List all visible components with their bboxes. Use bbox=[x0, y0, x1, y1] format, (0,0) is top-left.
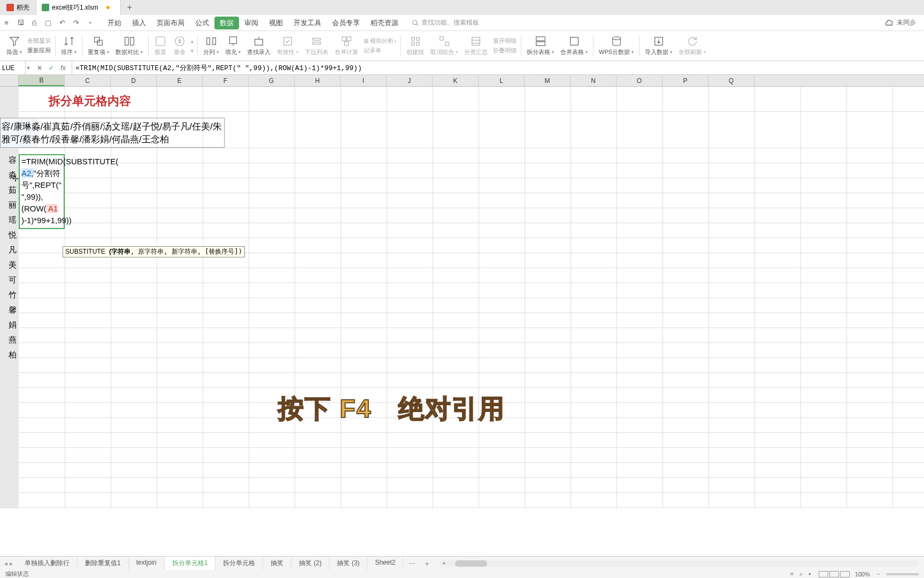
editing-cell[interactable]: =TRIM(MID(SUBSTITUTE( A2,"分割符号",REPT(" "… bbox=[19, 154, 65, 229]
stock-button[interactable]: 股票 bbox=[151, 35, 170, 56]
horizontal-scrollbar[interactable]: ◂ bbox=[439, 560, 919, 567]
menu-view[interactable]: 视图 bbox=[264, 16, 288, 30]
cell-a12[interactable]: 可 bbox=[0, 275, 18, 285]
col-header-J[interactable]: J bbox=[387, 75, 433, 86]
col-header-N[interactable]: N bbox=[571, 75, 617, 86]
cell-a9[interactable]: 悦 bbox=[0, 230, 18, 240]
sheet-first-icon[interactable]: ◂ bbox=[4, 560, 7, 567]
sheet-more-button[interactable]: ⋯ bbox=[403, 560, 420, 567]
cell-a16[interactable]: 燕 bbox=[0, 335, 18, 345]
compare-button[interactable]: 数据对比 bbox=[112, 35, 146, 56]
subtotal-button[interactable]: 分类汇总 bbox=[461, 35, 491, 56]
sheet-tab-2[interactable]: textjoin bbox=[129, 557, 165, 570]
add-tab-button[interactable]: + bbox=[121, 3, 138, 12]
col-header-L[interactable]: L bbox=[479, 75, 525, 86]
dropdown-button[interactable]: 下拉列表 bbox=[302, 35, 332, 56]
zoom-out-button[interactable]: － bbox=[875, 570, 881, 578]
sheet-tab-3[interactable]: 拆分单元格1 bbox=[165, 557, 216, 570]
filter-button[interactable]: 筛选 bbox=[3, 35, 25, 56]
redo-icon[interactable]: ↷ bbox=[72, 19, 80, 27]
col-header-I[interactable]: I bbox=[341, 75, 387, 86]
currency-button[interactable]: 基金 bbox=[170, 35, 189, 56]
col-header-B[interactable]: B bbox=[19, 75, 65, 86]
col-header-D[interactable]: D bbox=[111, 75, 157, 86]
ungroup-button[interactable]: 取消组合 bbox=[427, 35, 461, 56]
menu-start[interactable]: 开始 bbox=[102, 16, 127, 30]
cell-a7[interactable]: 丽 bbox=[0, 200, 18, 210]
scrollbar-thumb[interactable] bbox=[455, 560, 487, 567]
sheet-last-icon[interactable]: ▸ bbox=[10, 560, 13, 567]
col-header-M[interactable]: M bbox=[525, 75, 571, 86]
sheet-tab-6[interactable]: 抽奖 (2) bbox=[291, 557, 329, 570]
zoom-slider[interactable] bbox=[887, 573, 919, 575]
merge-tbl-button[interactable]: 合并表格 bbox=[557, 35, 591, 56]
cell-a15[interactable]: 娟 bbox=[0, 320, 18, 330]
reapply-button[interactable]: 重新应用 bbox=[27, 47, 51, 55]
refresh-button[interactable]: 全部刷新 bbox=[675, 35, 709, 56]
preview-icon[interactable]: ▢ bbox=[44, 19, 52, 27]
undo-icon[interactable]: ↶ bbox=[58, 19, 66, 27]
cell-a2[interactable]: 容/康琳淼/崔真茹/乔俏丽/汤文瑶/赵子悦/易子凡/任美/朱雅可/蔡春竹/段香馨… bbox=[0, 118, 225, 148]
sheet-tab-4[interactable]: 拆分单元格 bbox=[215, 557, 263, 570]
import-button[interactable]: 导入数据 bbox=[642, 35, 675, 56]
all-show-button[interactable]: 全部显示 bbox=[27, 37, 51, 45]
file-tab[interactable]: excel技巧1.xlsm bbox=[36, 0, 121, 15]
view-normal-button[interactable] bbox=[819, 571, 828, 577]
menu-layout[interactable]: 页面布局 bbox=[151, 16, 190, 30]
group-button[interactable]: 创建组 bbox=[403, 35, 427, 56]
sheet-add-button[interactable]: + bbox=[420, 559, 433, 568]
sheet-tab-0[interactable]: 单独插入删除行 bbox=[17, 557, 78, 570]
name-box[interactable]: LUE bbox=[0, 61, 26, 74]
spreadsheet-grid[interactable]: BCDEFGHIJKLMNOPQ 拆分单元格内容 容/康琳淼/崔真茹/乔俏丽/汤… bbox=[0, 75, 924, 508]
merge-calc-button[interactable]: 合并计算 bbox=[332, 35, 361, 56]
col-header-H[interactable]: H bbox=[295, 75, 341, 86]
cell-a13[interactable]: 竹 bbox=[0, 290, 18, 300]
cancel-formula-button[interactable]: ✕ bbox=[35, 64, 44, 72]
qat-more-icon[interactable] bbox=[86, 19, 94, 27]
sheet-tab-7[interactable]: 抽奖 (3) bbox=[329, 557, 367, 570]
cell-a6[interactable]: 茹 bbox=[0, 185, 18, 195]
menu-data[interactable]: 数据 bbox=[214, 17, 239, 29]
sheet-tab-1[interactable]: 删除重复值1 bbox=[78, 557, 129, 570]
sort-button[interactable]: 排序 bbox=[58, 35, 80, 56]
col-header-E[interactable]: E bbox=[157, 75, 203, 86]
expand-button[interactable]: 展开明细 bbox=[493, 37, 517, 45]
cell-a4[interactable]: 容 bbox=[0, 155, 18, 165]
split-tbl-button[interactable]: 拆分表格 bbox=[523, 35, 557, 56]
status-icons[interactable]: ⌗ ⌕ ▾ bbox=[790, 571, 813, 577]
name-box-dropdown[interactable]: ▼ bbox=[26, 65, 31, 71]
accept-formula-button[interactable]: ✓ bbox=[47, 64, 56, 72]
split-button[interactable]: 分列 bbox=[200, 35, 222, 56]
fill-button[interactable]: 填充 bbox=[222, 35, 244, 56]
cell-a11[interactable]: 美 bbox=[0, 260, 18, 270]
cell-a14[interactable]: 馨 bbox=[0, 305, 18, 315]
col-header-P[interactable]: P bbox=[663, 75, 709, 86]
home-tab[interactable]: 稻壳 bbox=[0, 0, 36, 15]
menu-dev[interactable]: 开发工具 bbox=[288, 16, 327, 30]
col-header-G[interactable]: G bbox=[249, 75, 295, 86]
cell-a8[interactable]: 瑶 bbox=[0, 215, 18, 225]
menu-member[interactable]: 会员专享 bbox=[327, 16, 365, 30]
cell-a10[interactable]: 凡 bbox=[0, 245, 18, 255]
print-icon[interactable]: ⎙ bbox=[30, 19, 38, 27]
col-header-F[interactable]: F bbox=[203, 75, 249, 86]
save-icon[interactable]: 🖫 bbox=[16, 19, 25, 27]
menu-review[interactable]: 审阅 bbox=[239, 16, 264, 30]
sim-button[interactable]: ⊞ 模拟分析 bbox=[364, 37, 396, 45]
sheet-tab-5[interactable]: 抽奖 bbox=[263, 557, 291, 570]
col-header-K[interactable]: K bbox=[433, 75, 479, 86]
find-button[interactable]: 查找录入 bbox=[244, 35, 274, 56]
col-header-C[interactable]: C bbox=[65, 75, 111, 86]
view-layout-button[interactable] bbox=[829, 571, 839, 577]
col-header-O[interactable]: O bbox=[617, 75, 663, 86]
menu-resource[interactable]: 稻壳资源 bbox=[365, 16, 404, 30]
search-box[interactable]: 查找功能、搜索模板 bbox=[412, 18, 479, 27]
menu-formula[interactable]: 公式 bbox=[190, 16, 214, 30]
cell-a17[interactable]: 柏 bbox=[0, 350, 18, 360]
select-all-corner[interactable] bbox=[0, 75, 19, 86]
formula-input[interactable]: =TRIM(MID(SUBSTITUTE(A2,"分割符号",REPT(" ",… bbox=[72, 63, 924, 73]
view-break-button[interactable] bbox=[840, 571, 850, 577]
col-header-Q[interactable]: Q bbox=[709, 75, 754, 86]
wps-cloud-button[interactable]: WPS云数据 bbox=[596, 35, 637, 56]
sync-status[interactable]: 未同步 bbox=[886, 18, 924, 27]
